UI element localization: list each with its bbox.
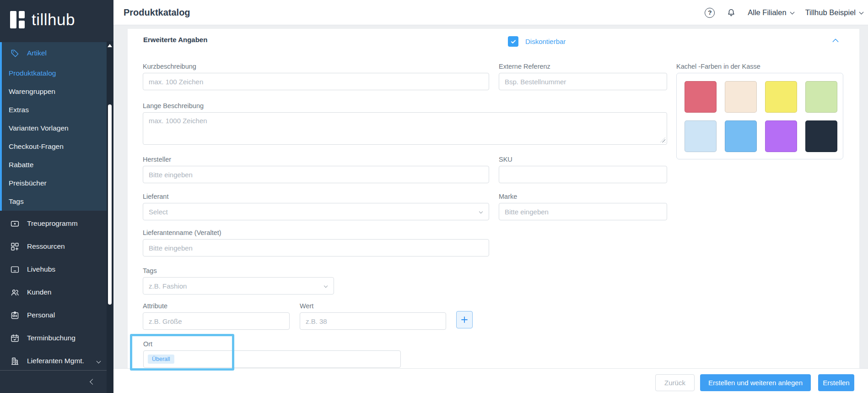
sidebar-item-tags[interactable]: Tags bbox=[2, 192, 107, 211]
diskontierbar-label: Diskontierbar bbox=[525, 38, 566, 45]
tillhub-logo-icon bbox=[10, 11, 27, 28]
ort-input[interactable]: Überall bbox=[143, 350, 401, 368]
sidebar-item-treueprogramm[interactable]: Treueprogramm bbox=[0, 212, 107, 235]
chevron-down-icon bbox=[324, 284, 328, 288]
color-swatch-yellow[interactable] bbox=[765, 81, 797, 113]
lange-beschreibung-textarea[interactable] bbox=[143, 112, 667, 145]
help-glyph: ? bbox=[708, 9, 712, 16]
sidebar-item-label: Ressourcen bbox=[27, 242, 65, 251]
sidebar-item-lieferanten-mgmt[interactable]: Lieferanten Mgmt. bbox=[0, 349, 107, 372]
content-area: Erweiterte Angaben Diskontierbar Kurzbes… bbox=[113, 25, 868, 368]
chevron-down-icon bbox=[479, 210, 483, 213]
hersteller-input[interactable] bbox=[143, 166, 489, 183]
chevron-left-icon bbox=[90, 379, 96, 385]
calendar-check-icon bbox=[10, 333, 20, 343]
chevron-up-icon bbox=[832, 38, 839, 45]
create-button[interactable]: Erstellen bbox=[818, 374, 854, 391]
sidebar-item-rabatte[interactable]: Rabatte bbox=[2, 156, 107, 174]
color-swatch-cream[interactable] bbox=[725, 81, 757, 113]
account-selector[interactable]: Tillhub Beispiel bbox=[805, 8, 863, 17]
notifications-bell-icon[interactable] bbox=[726, 8, 736, 18]
tags-label: Tags bbox=[143, 267, 334, 274]
sidebar-item-label: Terminbuchung bbox=[27, 334, 75, 342]
sidebar-scrollbar[interactable] bbox=[107, 41, 113, 393]
back-button[interactable]: Zurück bbox=[655, 374, 695, 391]
sidebar-group-artikel: Artikel Produktkatalog Warengruppen Extr… bbox=[0, 42, 107, 211]
footer-action-bar: Zurück Erstellen und weiteren anlegen Er… bbox=[113, 368, 868, 393]
display-icon bbox=[10, 265, 20, 274]
sidebar-item-label: Personal bbox=[27, 311, 55, 319]
sidebar-group-label: Artikel bbox=[27, 49, 47, 57]
sidebar-item-varianten-vorlagen[interactable]: Varianten Vorlagen bbox=[2, 119, 107, 137]
wert-input[interactable] bbox=[300, 312, 446, 330]
tags-select[interactable]: z.B. Fashion bbox=[143, 277, 334, 295]
marke-label: Marke bbox=[499, 193, 667, 200]
sidebar-item-preisbuecher[interactable]: Preisbücher bbox=[2, 174, 107, 192]
ort-label: Ort bbox=[143, 340, 401, 348]
tags-select-value: z.B. Fashion bbox=[149, 282, 187, 290]
sidebar-item-label: Livehubs bbox=[27, 265, 55, 273]
sidebar-item-kunden[interactable]: Kunden bbox=[0, 281, 107, 304]
sidebar-item-personal[interactable]: Personal bbox=[0, 304, 107, 327]
sidebar-item-label: Kunden bbox=[27, 288, 51, 296]
chevron-down-icon[interactable] bbox=[97, 359, 101, 364]
diskontierbar-checkbox[interactable]: Diskontierbar bbox=[508, 36, 566, 47]
resources-grid-icon bbox=[10, 242, 20, 251]
create-and-next-button[interactable]: Erstellen und weiteren anlegen bbox=[700, 374, 811, 391]
sidebar: tillhub Artikel Produktkatalog Warengrup… bbox=[0, 0, 113, 393]
collapse-sidebar-button[interactable] bbox=[91, 377, 100, 387]
sku-label: SKU bbox=[499, 156, 667, 163]
sidebar-lower-menu: Treueprogramm Ressourcen Livehubs bbox=[0, 212, 107, 372]
tag-icon bbox=[10, 49, 20, 58]
externe-referenz-label: Externe Referenz bbox=[499, 63, 667, 70]
page-title: Produktkatalog bbox=[124, 7, 190, 18]
lieferant-select-value: Select bbox=[149, 208, 168, 216]
marke-input[interactable] bbox=[499, 203, 667, 220]
sidebar-item-checkout-fragen[interactable]: Checkout-Fragen bbox=[2, 137, 107, 156]
kurzbeschreibung-label: Kurzbeschreibung bbox=[143, 63, 489, 70]
sku-input[interactable] bbox=[499, 166, 667, 183]
app-window: tillhub Artikel Produktkatalog Warengrup… bbox=[0, 0, 868, 393]
sidebar-divider bbox=[0, 370, 107, 371]
color-swatch-purple[interactable] bbox=[765, 120, 797, 152]
color-swatch-darknavy[interactable] bbox=[805, 120, 837, 152]
lange-beschreibung-label: Lange Beschreibung bbox=[143, 102, 667, 109]
kurzbeschreibung-input[interactable] bbox=[143, 73, 489, 90]
color-swatch-paleblue[interactable] bbox=[685, 120, 717, 152]
account-selector-label: Tillhub Beispiel bbox=[805, 8, 856, 17]
sidebar-item-terminbuchung[interactable]: Terminbuchung bbox=[0, 327, 107, 349]
sidebar-item-ressourcen[interactable]: Ressourcen bbox=[0, 235, 107, 258]
scroll-up-arrow-icon[interactable] bbox=[108, 44, 112, 47]
scrollbar-thumb[interactable] bbox=[108, 104, 112, 305]
erweiterte-angaben-card: Erweiterte Angaben Diskontierbar Kurzbes… bbox=[128, 29, 859, 368]
checkbox-checked-icon[interactable] bbox=[508, 36, 518, 47]
color-swatch-green[interactable] bbox=[805, 81, 837, 113]
color-swatch-red[interactable] bbox=[685, 81, 717, 113]
help-icon[interactable]: ? bbox=[705, 8, 715, 18]
chevron-down-icon bbox=[790, 10, 794, 14]
sidebar-item-warengruppen[interactable]: Warengruppen bbox=[2, 82, 107, 101]
color-swatch-skyblue[interactable] bbox=[725, 120, 757, 152]
plus-icon bbox=[461, 316, 468, 323]
add-attribute-button[interactable] bbox=[456, 311, 473, 328]
lieferantenname-input[interactable] bbox=[143, 239, 489, 257]
sidebar-item-produktkatalog[interactable]: Produktkatalog bbox=[2, 64, 107, 82]
attribute-input[interactable] bbox=[143, 312, 290, 330]
section-title: Erweiterte Angaben bbox=[143, 36, 207, 44]
sidebar-item-artikel[interactable]: Artikel bbox=[2, 42, 107, 64]
ticket-icon bbox=[10, 219, 20, 229]
kachel-farben-label: Kachel -Farben in der Kasse bbox=[676, 63, 843, 70]
color-palette bbox=[676, 73, 843, 159]
sidebar-item-label: Lieferanten Mgmt. bbox=[27, 357, 84, 365]
tillhub-logo[interactable]: tillhub bbox=[10, 11, 75, 28]
externe-referenz-input[interactable] bbox=[499, 73, 667, 90]
branch-selector[interactable]: Alle Filialen bbox=[748, 8, 793, 17]
collapse-section-button[interactable] bbox=[833, 38, 841, 44]
lieferant-select[interactable]: Select bbox=[143, 203, 489, 220]
hersteller-label: Hersteller bbox=[143, 156, 489, 163]
branch-selector-label: Alle Filialen bbox=[748, 8, 786, 17]
ort-tag-ueberall[interactable]: Überall bbox=[148, 355, 174, 364]
sidebar-item-extras[interactable]: Extras bbox=[2, 101, 107, 119]
sidebar-item-livehubs[interactable]: Livehubs bbox=[0, 258, 107, 281]
id-badge-icon bbox=[10, 311, 20, 320]
